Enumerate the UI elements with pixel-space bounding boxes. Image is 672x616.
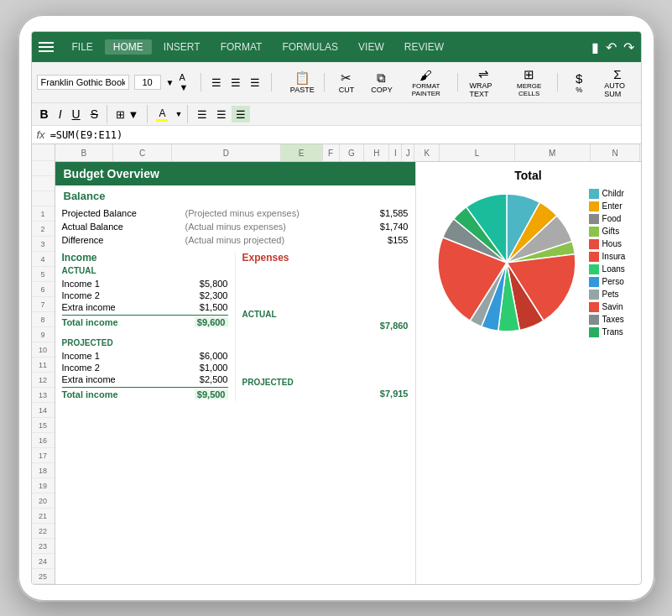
align-left-btn[interactable]: ☰ [207,74,226,91]
legend-label: Gifts [602,227,620,236]
menu-icon[interactable] [39,42,54,52]
row-28: 25 [32,569,55,584]
strikethrough-btn[interactable]: S [87,107,102,122]
align-left-btn-2[interactable]: ☰ [193,106,211,123]
sum-icon: Σ [613,67,621,81]
italic-btn[interactable]: I [55,107,65,122]
tab-insert[interactable]: INSERT [155,39,209,55]
highlight-color-btn[interactable]: A [153,107,171,123]
wrap-text-btn[interactable]: ⇌ WRAP TEXT [464,65,503,100]
income-name-1: Income 1 [62,279,100,289]
copy-label: COPY [371,86,393,94]
wrap-text-label: WRAP TEXT [469,81,498,98]
sep-1 [201,73,201,91]
legend-label: Perso [602,277,624,286]
income-title: Income [62,252,228,264]
chart-legend: ChildrEnterFoodGiftsHousInsuraLoansPerso… [589,189,626,337]
tab-formulas[interactable]: FORMULAS [273,39,346,55]
sheet-content: B C D E F G H I J K L M N [55,144,641,584]
chart-title: Total [514,169,541,182]
sep-6 [107,105,107,123]
legend-item: Enter [589,201,626,211]
sheet-area: 1 2 3 4 5 6 7 8 9 10 11 12 13 14 15 16 1… [32,144,641,584]
proj-row-2: Income 2 $1,000 [62,362,228,373]
cut-btn[interactable]: ✂ CUT [331,69,362,96]
row-17: 14 [32,403,55,418]
chart-section: Total ChildrEnterFoodGiftsHousInsuraLoan… [416,162,641,584]
tab-format[interactable]: FORMAT [212,39,271,55]
legend-label: Loans [602,264,625,274]
legend-item: Food [589,214,626,224]
border-btn[interactable]: ⊞ ▼ [112,107,142,122]
col-i: I [389,144,402,161]
row-10: 7 [32,297,55,312]
balance-row-desc: (Projected minus expenses) [178,206,357,220]
income-row-1: Income 1 $5,800 [62,278,228,290]
income-total-val: $9,600 [195,317,228,327]
format-painter-btn[interactable]: 🖌 FORMAT PAINTER [402,66,451,99]
col-h: H [364,144,389,161]
highlight-chevron[interactable]: ▼ [175,110,182,118]
spacer [62,329,228,336]
align-justify-btn[interactable]: ☰ [232,106,250,123]
copy-btn[interactable]: ⧉ COPY [367,69,397,96]
legend-color-box [589,227,599,237]
undo-icon[interactable]: ↶ [606,39,617,55]
legend-color-box [589,302,599,312]
balance-row-label: Difference [55,233,179,247]
paste-btn[interactable]: 📋 PASTE [287,69,317,96]
cut-label: CUT [339,86,355,94]
row-5: 2 [32,222,55,237]
legend-label: Pets [602,290,619,299]
tab-view[interactable]: VIEW [350,39,393,55]
proj-name-2: Income 2 [62,363,100,373]
formula-input[interactable] [50,129,636,141]
legend-item: Savin [589,302,626,312]
legend-color-box [589,239,599,249]
align-center-btn[interactable]: ☰ [227,74,245,91]
auto-sum-btn[interactable]: Σ AUTO SUM [599,65,635,100]
save-icon[interactable]: ▮ [591,39,599,55]
income-total-label: Total income [62,317,118,327]
projected-label: PROJECTED [62,338,228,347]
col-k: K [414,144,440,161]
bold-btn[interactable]: B [37,107,52,122]
col-l: L [440,144,515,161]
actual-label: ACTUAL [62,266,228,275]
menu-tabs: FILE HOME INSERT FORMAT FORMULAS VIEW RE… [64,39,453,55]
income-total-actual: Total income $9,600 [62,315,228,329]
currency-btn[interactable]: $ % [564,70,594,96]
expenses-spacer [242,266,409,310]
balance-title: Balance [55,185,415,206]
proj-row-1: Income 1 $6,000 [62,350,228,362]
legend-item: Gifts [589,227,626,237]
row-2 [32,176,55,191]
proj-total-label: Total income [62,389,118,399]
legend-color-box [589,315,599,325]
legend-item: Pets [589,290,626,300]
font-size-input[interactable] [134,75,161,90]
format-painter-label: FORMAT PAINTER [407,82,445,97]
tab-home[interactable]: HOME [105,39,152,55]
underline-btn[interactable]: U [69,107,84,122]
balance-row-desc: (Actual minus expenses) [178,220,357,233]
font-color-btn[interactable]: A ▼ [179,72,193,92]
align-center-btn-2[interactable]: ☰ [212,106,231,123]
tab-file[interactable]: FILE [64,39,102,55]
highlight-color-bar [156,119,168,122]
income-val-2: $2,300 [200,290,228,300]
legend-item: Hous [589,239,626,249]
row-3 [32,191,55,206]
font-size-chevron[interactable]: ▼ [166,78,175,87]
tab-review[interactable]: REVIEW [396,39,452,55]
align-right-btn[interactable]: ☰ [246,74,264,91]
expenses-actual-label: ACTUAL [242,310,409,319]
merge-cells-btn[interactable]: ⊞ MERGE CELLS [508,65,550,99]
proj-total-val: $9,500 [195,389,228,399]
redo-icon[interactable]: ↷ [623,39,634,55]
budget-section: Budget Overview Balance Projected Balanc… [55,162,416,584]
col-c: C [113,144,172,161]
align-group: ☰ ☰ ☰ [207,74,264,91]
legend-label: Trans [602,327,623,337]
font-name-input[interactable] [37,75,129,90]
